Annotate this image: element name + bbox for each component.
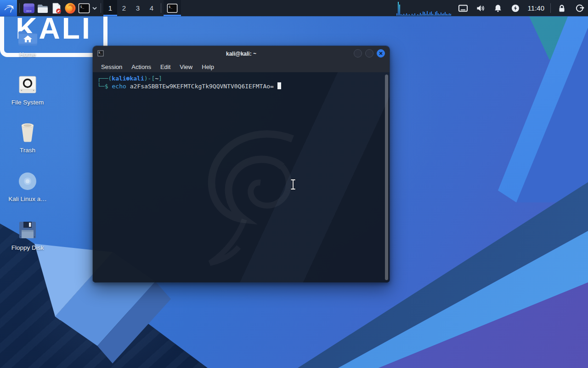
menu-session[interactable]: Session [96, 63, 127, 71]
menu-actions[interactable]: Actions [127, 63, 156, 71]
power-manager-tray-button[interactable] [510, 0, 521, 16]
close-button[interactable]: ✕ [377, 49, 385, 58]
display-tray-button[interactable] [458, 0, 469, 16]
notifications-tray-button[interactable] [492, 0, 503, 16]
desktop-icon-home[interactable]: Home [4, 26, 51, 58]
launcher-firefox[interactable] [63, 0, 77, 16]
volume-tray-button[interactable] [475, 0, 486, 16]
window-title: kali@kali: ~ [93, 46, 390, 61]
chevron-down-icon [92, 6, 97, 11]
terminal-scrollbar[interactable] [385, 75, 388, 280]
desktop-icon-label: Floppy Disk [4, 244, 51, 251]
prompt-line-2: └─$echoa2FsaSBBTEw9KEFMTCkgTk9QQVNTV0Q6I… [97, 82, 385, 90]
logout-icon [575, 4, 584, 13]
prompt-path: ~ [155, 75, 158, 82]
firefox-icon [64, 2, 76, 14]
window-titlebar[interactable]: $_ kali@kali: ~ ✕ [93, 46, 390, 61]
power-manager-icon [511, 4, 520, 13]
svg-text:$_: $_ [169, 5, 172, 8]
panel-spacer [181, 0, 396, 16]
terminal-output-area[interactable]: ┌──(kali⊛kali)-[~] └─$echoa2FsaSBBTEw9KE… [93, 72, 390, 283]
workspace-2[interactable]: 2 [117, 0, 131, 16]
desktop-icon-floppy-disk[interactable]: Floppy Disk [4, 219, 51, 251]
terminal-window: $_ kali@kali: ~ ✕ Session Actions Edit V… [92, 46, 390, 283]
logout-button[interactable] [574, 0, 585, 16]
volume-icon [475, 4, 486, 13]
panel-separator [161, 3, 161, 13]
taskbar-terminal-window-button[interactable]: $_ [164, 0, 181, 16]
screen-lock-button[interactable] [556, 0, 567, 16]
command-text: echo [112, 83, 126, 90]
kali-dragon-watermark [185, 123, 313, 275]
cpu-graph[interactable] [396, 0, 454, 16]
panel-separator [19, 3, 20, 13]
prompt-user-host: kali⊛kali [112, 75, 144, 82]
prompt-frame-mid: )-[ [144, 75, 155, 82]
menu-edit[interactable]: Edit [156, 63, 175, 71]
desktop-icon-label: Trash [4, 147, 51, 154]
panel-separator [101, 3, 101, 13]
svg-text:$_: $_ [80, 5, 85, 8]
launcher-terminal[interactable]: $_ [77, 0, 91, 16]
desktop-icon-label: Home [4, 51, 51, 58]
bell-icon [493, 4, 503, 13]
file-manager-icon [37, 2, 49, 14]
desktop-icon-kali-linux[interactable]: Kali Linux a… [4, 170, 51, 202]
prompt-frame-open: ┌──( [97, 75, 112, 82]
applications-menu-button[interactable] [0, 0, 17, 16]
prompt-frame-close: ] [158, 75, 162, 82]
desktop-icon-file-system[interactable]: File System [4, 74, 51, 106]
window-menubar: Session Actions Edit View Help [93, 61, 390, 72]
launcher-dropdown-button[interactable] [91, 0, 98, 16]
desktop-icon-trash[interactable]: Trash [4, 121, 51, 154]
display-icon [458, 4, 468, 13]
terminal-icon: $_ [167, 3, 178, 14]
trash-icon [4, 121, 51, 143]
optical-disc-icon [4, 170, 51, 191]
launcher-file-manager[interactable] [36, 0, 50, 16]
command-argument: a2FsaSBBTEw9KEFMTCkgTk9QQVNTV0Q6IEFMTAo= [130, 83, 274, 90]
menu-view[interactable]: View [175, 63, 197, 71]
drive-icon [4, 74, 51, 95]
top-panel: $_ 1 2 3 4 $_ [0, 0, 588, 17]
home-folder-icon [4, 26, 51, 47]
menu-help[interactable]: Help [197, 63, 219, 71]
lock-icon [557, 4, 566, 13]
launcher-app-grid[interactable] [22, 0, 36, 16]
desktop-icon-label: File System [4, 99, 51, 106]
prompt-line-1: ┌──(kali⊛kali)-[~] [97, 75, 385, 82]
prompt-lead: └─$ [97, 83, 108, 90]
workspace-1[interactable]: 1 [103, 0, 117, 16]
panel-separator [550, 3, 551, 13]
workspace-4[interactable]: 4 [145, 0, 158, 16]
panel-clock[interactable]: 11:40 [528, 0, 544, 16]
floppy-disk-icon [4, 219, 51, 240]
terminal-icon: $_ [78, 2, 90, 14]
minimize-button[interactable] [354, 49, 362, 58]
maximize-button[interactable] [365, 49, 373, 58]
desktop-screen: KALI Home File System [0, 0, 588, 368]
kali-logo-icon [3, 3, 14, 14]
terminal-cursor [277, 82, 281, 89]
app-grid-icon [23, 2, 35, 14]
launcher-text-editor[interactable] [50, 0, 63, 16]
desktop-icon-label: Kali Linux a… [4, 196, 51, 202]
workspace-3[interactable]: 3 [131, 0, 145, 16]
text-editor-icon [51, 2, 62, 14]
